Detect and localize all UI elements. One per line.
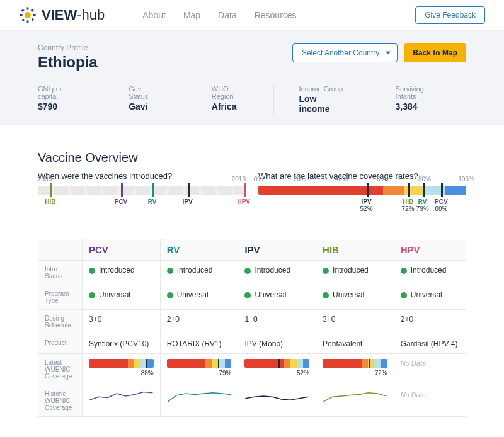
svg-rect-8 [31,18,34,21]
sparkline-pcv [89,390,154,408]
table-cell: Universal [238,285,316,310]
table-cell [316,385,394,417]
stat-label: GNI per capita [38,85,77,100]
nav-about[interactable]: About [142,10,166,20]
vaccine-header-rv: RV [167,244,180,255]
status-dot-icon [244,292,251,298]
table-cell: Universal [394,285,466,310]
table-row: ProductSynflorix (PCV10)ROTARIX (RV1)IPV… [38,334,466,354]
back-to-map-button[interactable]: Back to Map [404,43,466,62]
table-row: Latest WUENIC Coverage88%79%52%72%No Dat… [38,354,466,385]
mini-coverage-bar [89,359,154,368]
coverage-tick: 80% [418,176,431,183]
table-cell: Universal [83,285,161,310]
mini-coverage-bar [244,359,309,368]
table-cell: 2+0 [394,310,466,334]
table-cell: No Data [394,385,466,417]
table-cell: ROTARIX (RV1) [160,334,238,354]
table-row: Program TypeUniversalUniversalUniversalU… [38,285,466,310]
row-label: Program Type [38,285,83,310]
nav-map[interactable]: Map [183,10,200,20]
table-row: Historic WUENIC CoverageNo Data [38,385,466,417]
coverage-tick: 40% [335,176,348,183]
sparkline-rv [167,390,232,408]
table-row: Intro StatusIntroducedIntroducedIntroduc… [38,261,466,285]
logo-text: VIEW-hub [42,7,105,23]
table-cell: Pentavalent [316,334,394,354]
timeline-mark-pcv [121,183,123,197]
svg-point-0 [25,12,31,18]
svg-rect-2 [27,20,29,23]
no-data-text: No Data [401,360,426,367]
table-cell: 52% [238,354,316,385]
coverage-mark-pcv [441,183,443,197]
table-cell: 1+0 [238,310,316,334]
timeline-mark-hib [50,183,52,197]
timeline-label-rv: RV [148,198,157,205]
table-cell: Introduced [160,261,238,285]
mini-coverage-bar [323,359,387,368]
coverage-mark-ipv [367,183,369,197]
stat-item: Surviving Infants3,384 [396,85,466,114]
no-data-text: No Data [401,391,426,399]
coverage-tick: 0% [254,176,263,183]
coverage-label-hib: HIB72% [402,198,415,212]
timeline-label-hpv: HPV [237,198,250,205]
stat-value: Gavi [129,101,161,111]
timeline-mark-ipv [188,183,190,197]
table-cell: No Data [394,354,466,385]
svg-rect-5 [21,9,25,12]
mini-coverage-pct: 52% [244,370,309,377]
country-profile-label: Country Profile [38,43,98,52]
stat-label: Surviving Infants [396,85,441,100]
give-feedback-button[interactable]: Give Feedback [415,6,485,24]
nav-resources[interactable]: Resources [255,10,297,20]
timeline-label-pcv: PCV [115,198,128,205]
table-cell: Universal [160,285,238,310]
status-dot-icon [401,292,407,298]
stat-item: WHO RegionAfrica [212,85,274,114]
status-dot-icon [89,268,95,274]
row-label: Historic WUENIC Coverage [38,385,83,417]
table-cell: Synflorix (PCV10) [83,334,161,354]
status-dot-icon [323,268,329,274]
timeline-mark-hpv [244,183,246,197]
vaccine-header-pcv: PCV [89,244,108,255]
stat-value: $790 [38,101,77,111]
stat-value: 3,384 [396,101,441,111]
table-cell: 79% [160,354,238,385]
row-label: Latest WUENIC Coverage [38,354,83,385]
table-cell: 2+0 [160,310,238,334]
vaccine-header-hib: HIB [323,244,339,255]
vaccine-overview-title: Vaccine Overview [38,150,466,165]
stat-label: Income Group [299,85,345,93]
nav-data[interactable]: Data [218,10,237,20]
coverage-mark-hib [408,183,410,197]
logo[interactable]: VIEW-hub [19,6,105,24]
row-label: Product [38,334,83,354]
table-cell: 72% [316,354,394,385]
table-cell: 3+0 [316,310,394,334]
country-name: Ethiopia [38,54,98,71]
timeline-mark-rv [152,183,154,197]
stat-item: GNI per capita$790 [38,85,103,114]
row-label: Dosing Schedule [38,310,83,334]
stat-item: Income GroupLow income [299,85,370,114]
table-cell: 88% [83,354,161,385]
mini-coverage-pct: 79% [167,370,232,377]
coverage-scale: 0%20%40%60%80%100% IPV52%HIB72%RV79%PCV8… [258,186,466,195]
table-cell: Introduced [394,261,466,285]
coverage-tick: 60% [377,176,389,183]
coverage-segment [383,186,404,195]
status-dot-icon [323,292,329,298]
vaccine-header-hpv: HPV [401,244,420,255]
coverage-tick: 20% [294,176,306,183]
select-country-dropdown[interactable]: Select Another Country [292,43,398,62]
status-dot-icon [401,268,407,274]
table-cell: Introduced [238,261,316,285]
mini-coverage-bar [167,359,232,368]
table-cell: IPV (Mono) [238,334,316,354]
table-cell [83,385,161,417]
table-cell [160,385,238,417]
table-cell: Introduced [316,261,394,285]
